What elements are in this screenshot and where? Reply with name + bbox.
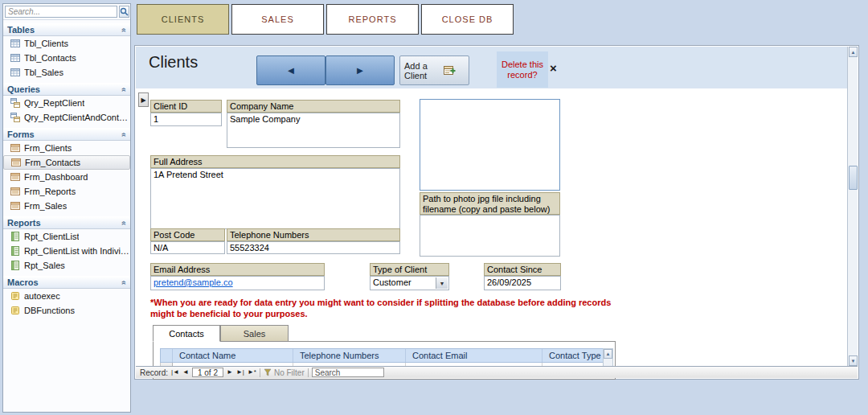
- full-address-label: Full Address: [150, 155, 400, 168]
- subtab-contacts[interactable]: Contacts: [153, 325, 220, 342]
- scroll-down-icon[interactable]: ▼: [849, 355, 858, 366]
- record-selector-arrow-icon: ▶: [141, 97, 145, 104]
- report-icon: [10, 246, 20, 256]
- scroll-up-icon[interactable]: ▲: [849, 47, 858, 57]
- email-label: Email Address: [150, 263, 325, 276]
- record-search-input[interactable]: [312, 368, 384, 377]
- post-code-field[interactable]: N/A: [150, 241, 225, 254]
- sidebar-item-frm-reports[interactable]: Frm_Reports: [3, 184, 130, 199]
- record-selector[interactable]: ▶: [138, 92, 149, 107]
- sidebar-item-frm-clients[interactable]: Frm_Clients: [3, 141, 130, 155]
- sidebar-item-autoexec[interactable]: autoexec: [3, 289, 130, 303]
- dropdown-button[interactable]: ▼: [436, 277, 448, 289]
- left-arrow-icon: ◄: [286, 64, 297, 76]
- report-icon: [10, 261, 20, 270]
- next-record-button[interactable]: ►: [227, 368, 233, 376]
- section-label: Queries: [7, 84, 40, 94]
- chevron-up-icon[interactable]: »: [120, 280, 129, 285]
- company-name-field[interactable]: Sample Company: [227, 113, 400, 148]
- chevron-up-icon[interactable]: »: [120, 27, 129, 32]
- sidebar-section-macros[interactable]: Macros »: [3, 276, 130, 289]
- tab-reports[interactable]: REPORTS: [326, 4, 419, 35]
- form-vertical-scrollbar[interactable]: ▲ ▼: [847, 47, 858, 366]
- navigation-pane: Tables » Tbl_Clients Tbl_Contacts Tbl_Sa…: [2, 3, 131, 413]
- macro-icon: [10, 291, 20, 301]
- right-arrow-icon: ►: [355, 64, 366, 76]
- sidebar-item-tbl-clients[interactable]: Tbl_Clients: [3, 36, 130, 51]
- sidebar-item-rpt-clientlist-individual[interactable]: Rpt_ClientList with Individual...: [3, 244, 130, 258]
- query-icon: [10, 113, 20, 122]
- subtab-label: Contacts: [169, 329, 203, 339]
- add-client-label: Add a Client: [404, 61, 440, 80]
- contact-since-label: Contact Since: [484, 263, 561, 276]
- tab-label: SALES: [261, 14, 293, 24]
- sidebar-item-qry-reptclientandcontacts[interactable]: Qry_ReptClientAndContacts: [3, 110, 130, 125]
- item-label: Rpt_ClientList with Individual...: [24, 246, 130, 256]
- photo-path-field[interactable]: [420, 215, 560, 257]
- close-icon[interactable]: ×: [550, 61, 557, 75]
- add-client-button[interactable]: Add a Client: [399, 55, 469, 85]
- chevron-up-icon[interactable]: »: [120, 220, 129, 225]
- delete-record-label: Delete this record?: [497, 51, 548, 88]
- up-arrow-glyph: ▲: [606, 351, 611, 356]
- full-address-field[interactable]: 1A Pretend Street: [150, 168, 400, 229]
- scroll-up-icon[interactable]: ▲: [604, 349, 612, 359]
- item-label: Frm_Sales: [24, 201, 67, 211]
- sidebar-section-tables[interactable]: Tables »: [3, 23, 130, 36]
- item-label: DBFunctions: [24, 306, 75, 315]
- tab-sales[interactable]: SALES: [231, 4, 324, 35]
- chevron-up-icon[interactable]: »: [120, 87, 129, 92]
- type-of-client-value: Customer: [373, 277, 411, 287]
- sidebar-item-qry-reptclient[interactable]: Qry_ReptClient: [3, 96, 130, 110]
- item-label: Frm_Reports: [24, 187, 76, 196]
- item-label: Tbl_Clients: [24, 39, 68, 48]
- last-record-button[interactable]: ►|: [236, 368, 244, 376]
- scrollbar-thumb[interactable]: [849, 166, 858, 190]
- tab-clients[interactable]: CLIENTS: [137, 4, 229, 35]
- chevron-up-icon[interactable]: »: [120, 132, 129, 137]
- sidebar-section-queries[interactable]: Queries »: [3, 83, 130, 96]
- sidebar-item-frm-dashboard[interactable]: Frm_Dashboard: [3, 170, 130, 184]
- sidebar-search-input[interactable]: [5, 6, 117, 18]
- first-record-button[interactable]: |◄: [171, 368, 179, 376]
- telephone-field[interactable]: 55523324: [227, 241, 400, 254]
- column-header-contact-email[interactable]: Contact Email: [406, 349, 542, 362]
- form-icon: [10, 143, 20, 153]
- search-icon[interactable]: [119, 6, 129, 18]
- query-icon: [10, 98, 20, 108]
- tab-close-db[interactable]: CLOSE DB: [421, 4, 514, 35]
- table-icon: [10, 68, 20, 77]
- access-window: Tables » Tbl_Clients Tbl_Contacts Tbl_Sa…: [0, 0, 868, 415]
- sidebar-item-rpt-clientlist[interactable]: Rpt_ClientList: [3, 229, 130, 244]
- form-icon: [11, 158, 21, 167]
- type-of-client-combo[interactable]: Customer ▼: [370, 276, 449, 290]
- delete-record-text: Delete this record?: [497, 60, 548, 80]
- sidebar-item-frm-sales[interactable]: Frm_Sales: [3, 199, 130, 213]
- subtab-sales[interactable]: Sales: [220, 325, 289, 342]
- contact-since-field[interactable]: 26/09/2025: [484, 276, 561, 290]
- column-header-contact-name[interactable]: Contact Name: [173, 349, 293, 362]
- record-position-box[interactable]: 1 of 2: [192, 368, 223, 377]
- previous-record-button[interactable]: ◄: [182, 368, 189, 376]
- form-header-band: [136, 47, 847, 88]
- client-id-field[interactable]: 1: [150, 113, 222, 126]
- column-header-telephone[interactable]: Telephone Numbers: [293, 349, 406, 362]
- sidebar-item-tbl-sales[interactable]: Tbl_Sales: [3, 65, 130, 80]
- email-field[interactable]: pretend@sample.co: [150, 276, 325, 290]
- sidebar-section-reports[interactable]: Reports »: [3, 216, 130, 229]
- previous-record-button[interactable]: ◄: [256, 55, 326, 85]
- column-header-contact-type[interactable]: Contact Type: [542, 349, 605, 362]
- next-record-button[interactable]: ►: [326, 55, 395, 85]
- subtab-label: Sales: [244, 329, 266, 339]
- form-icon: [10, 187, 20, 196]
- sidebar-search-bar: [3, 4, 130, 20]
- sidebar-item-rpt-sales[interactable]: Rpt_Sales: [3, 258, 130, 273]
- filter-status[interactable]: No Filter: [264, 368, 305, 377]
- sidebar-item-dbfunctions[interactable]: DBFunctions: [3, 303, 130, 318]
- sidebar-item-frm-contacts[interactable]: Frm_Contacts: [3, 155, 130, 170]
- sidebar-item-tbl-contacts[interactable]: Tbl_Contacts: [3, 51, 130, 65]
- report-icon: [10, 232, 20, 241]
- new-record-button[interactable]: ►*: [248, 368, 256, 376]
- tab-label: REPORTS: [349, 14, 397, 24]
- sidebar-section-forms[interactable]: Forms »: [3, 128, 130, 141]
